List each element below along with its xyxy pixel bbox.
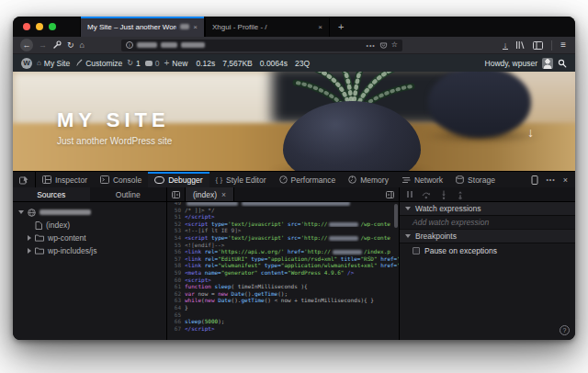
reload-icon[interactable]: ↻ [67,41,74,50]
forward-icon[interactable]: → [39,41,47,50]
devtools-tab-network[interactable]: Network [395,172,449,187]
code-line: 59<meta name="generator" content="WordPr… [167,269,399,277]
url-bar[interactable]: i ••• ☆ [121,40,402,51]
line-number[interactable]: 59 [167,269,185,277]
tree-item-wp-includes-js[interactable]: wp-includes/js [13,244,166,257]
meatball-menu-icon[interactable]: ••• [546,176,555,183]
line-number[interactable]: 56 [167,248,185,255]
close-window-button[interactable] [23,23,30,30]
back-button[interactable]: ← [20,39,33,51]
wordpress-logo-icon[interactable]: W [21,58,32,69]
tab-close-icon[interactable]: × [318,23,322,31]
devtools-tab-inspector[interactable]: Inspector [36,172,94,187]
scroll-down-arrow[interactable]: ↓ [527,125,534,140]
editor-tab-index[interactable]: (index) × [186,187,234,201]
devtools-tab-storage[interactable]: Storage [449,172,502,187]
step-in-icon[interactable] [440,190,447,199]
pause-on-exceptions-checkbox[interactable] [413,247,420,254]
step-out-icon[interactable] [457,190,464,199]
hamburger-menu-icon[interactable]: ≡ [560,40,566,50]
line-number[interactable]: 63 [167,297,185,304]
breakpoints-header[interactable]: Breakpoints [400,230,575,243]
code-line: 56<link rel='https://api.w.org/' href='h… [167,248,399,255]
sidebar-toggle-icon[interactable] [533,41,543,50]
devtools-tab-memory[interactable]: Memory [342,172,395,187]
wrench-extension-icon[interactable] [52,40,62,50]
devtools-tab-style-editor[interactable]: { } Style Editor [209,172,273,187]
devtools-close-icon[interactable]: × [563,175,568,185]
redacted-code [329,222,358,227]
line-number[interactable]: 58 [167,262,185,269]
site-info-icon[interactable]: i [126,41,133,49]
tab-label: Storage [468,175,495,185]
console-icon [100,175,109,184]
redacted-text [180,24,189,29]
tab-sources[interactable]: Sources [13,187,90,201]
home-icon[interactable]: ⌂ [80,41,85,50]
line-number[interactable]: 51 [167,213,185,220]
bookmark-star-icon[interactable]: ☆ [391,41,398,49]
search-icon[interactable] [558,59,567,68]
minimize-window-button[interactable] [36,23,43,30]
line-number[interactable]: 62 [167,290,185,298]
line-number[interactable]: 66 [167,318,185,325]
add-watch-expression-input[interactable]: Add watch expression [400,216,575,230]
howdy-label[interactable]: Howdy, wpuser [485,59,537,68]
line-number[interactable]: 65 [167,311,185,319]
line-number[interactable]: 53 [167,227,185,234]
browser-tab-xhgui[interactable]: Xhgui - Profile - / × [205,17,330,37]
tab-close-icon[interactable]: × [221,190,226,199]
source-editor: (index) × 4950/* ]]> */51</script>52<scr… [167,187,400,340]
line-number[interactable]: 54 [167,234,185,242]
devtools-tab-console[interactable]: Console [94,172,148,187]
query-monitor-stats[interactable]: 0.12s 7,567KB 0.0064s 23Q [196,59,310,68]
line-number[interactable]: 67 [167,325,185,333]
adminbar-updates[interactable]: ↻ 1 [127,59,140,68]
adminbar-comments[interactable]: 0 [145,59,160,68]
zoom-window-button[interactable] [49,23,56,30]
line-number[interactable]: 50 [167,207,185,214]
pocket-icon[interactable] [379,41,388,50]
code-viewport[interactable]: 4950/* ]]> */51</script>52<script type='… [167,202,399,340]
tab-outline[interactable]: Outline [90,187,167,201]
line-number[interactable]: 57 [167,255,185,263]
devtools-controls: ••• × [524,172,575,187]
memory-icon [348,175,356,184]
adminbar-new[interactable]: + New [164,58,188,68]
wp-admin-bar: W ⌂ My Site Customize ↻ 1 0 + New [13,54,575,72]
page-actions-icon[interactable]: ••• [366,42,375,49]
responsive-mode-icon[interactable] [531,175,538,185]
breakpoints-label: Breakpoints [415,232,457,241]
line-number[interactable]: 60 [167,277,185,284]
line-number[interactable]: 52 [167,220,185,228]
tree-item-index[interactable]: (index) [13,219,166,232]
library-icon[interactable] [515,40,525,50]
step-over-icon[interactable] [422,190,431,199]
tab-close-icon[interactable]: × [193,23,198,31]
new-tab-button[interactable]: + [330,17,352,37]
pause-icon[interactable] [407,191,413,198]
help-icon[interactable]: ? [560,325,570,335]
user-avatar[interactable] [542,58,553,69]
watch-expressions-header[interactable]: Watch expressions [400,202,575,216]
line-number[interactable]: 64 [167,304,185,311]
pause-on-exceptions-row[interactable]: Pause on exceptions [400,243,575,257]
code-line: 55<![endif]--> [167,242,399,249]
devtools-tab-debugger[interactable]: Debugger [148,172,209,187]
adminbar-my-site[interactable]: ⌂ My Site [37,59,70,68]
expand-panes-icon[interactable] [381,187,399,201]
editor-scrollbar[interactable] [394,204,398,228]
pick-element-button[interactable] [13,172,36,187]
tree-item-domain[interactable] [13,206,166,219]
adminbar-customize[interactable]: Customize [74,59,122,68]
line-number[interactable]: 61 [167,283,185,290]
folder-icon [35,234,44,242]
devtools-tab-bar: Inspector Console Debugger { } Style Edi… [13,171,575,187]
devtools-tab-performance[interactable]: Performance [273,172,343,187]
browser-tab-my-site[interactable]: My Site – Just another WordPress S × [80,17,205,37]
folder-icon [35,247,44,254]
line-number[interactable]: 55 [167,242,185,249]
collapse-sidebar-icon[interactable] [167,187,186,201]
tree-item-wp-content[interactable]: wp-content [13,232,166,244]
downloads-icon[interactable]: ↓ [503,40,508,50]
